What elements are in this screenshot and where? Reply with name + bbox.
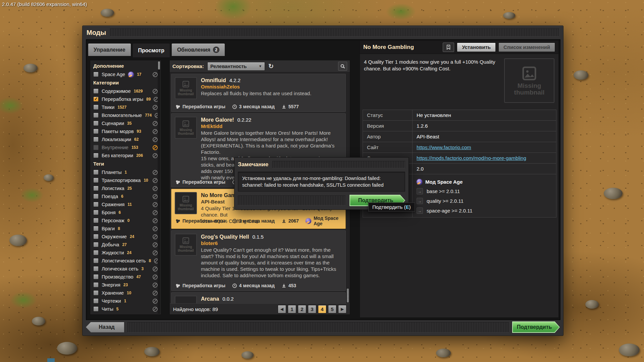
bookmark-button[interactable] <box>443 43 454 52</box>
blocked-icon[interactable] <box>153 153 158 158</box>
sidebar-scrollbar[interactable] <box>158 61 160 314</box>
sidebar-item-tag[interactable]: Поезда6 <box>90 192 161 200</box>
checkbox[interactable] <box>93 121 99 126</box>
sidebar-item-tag[interactable]: Логистика25 <box>90 184 161 192</box>
sidebar-item-tag[interactable]: Производство47 <box>90 273 161 281</box>
blocked-icon[interactable] <box>153 170 158 175</box>
checkbox[interactable] <box>93 178 99 183</box>
dependency-row[interactable]: →space-age >= 2.0.11 <box>417 206 552 216</box>
blocked-icon[interactable] <box>153 275 158 280</box>
sidebar-item-tag[interactable]: Добыча27 <box>90 241 161 249</box>
blocked-icon[interactable] <box>153 242 158 247</box>
checkbox[interactable] <box>93 202 99 207</box>
blocked-icon[interactable] <box>153 186 158 191</box>
tab-updates[interactable]: Обновления2 <box>171 43 225 56</box>
page-button-5[interactable]: 5 <box>328 305 336 313</box>
back-button[interactable]: Назад <box>86 322 124 333</box>
mod-page-link[interactable]: https://mods.factorio.com/mod/no-more-ga… <box>417 155 526 161</box>
drag-stripes[interactable] <box>127 322 509 333</box>
checkbox[interactable] <box>93 234 99 239</box>
checkbox[interactable] <box>93 226 99 231</box>
blocked-icon[interactable] <box>153 194 158 199</box>
scrollbar-handle[interactable] <box>158 61 160 70</box>
checkbox[interactable] <box>93 72 99 77</box>
blocked-icon[interactable] <box>153 72 158 77</box>
checkbox[interactable] <box>93 170 99 175</box>
checkbox-disabled[interactable] <box>93 145 99 150</box>
search-button[interactable] <box>338 62 347 71</box>
checkbox[interactable] <box>93 250 99 255</box>
drag-stripes[interactable] <box>110 28 559 37</box>
sidebar-item-tag[interactable]: Жидкости24 <box>90 249 161 257</box>
install-button[interactable]: Установить <box>457 43 496 52</box>
blocked-icon[interactable] <box>153 218 158 223</box>
drag-stripes[interactable] <box>238 195 345 205</box>
sidebar-item-category[interactable]: Сценарии35 <box>90 119 161 127</box>
changelog-button[interactable]: Список изменений <box>498 43 555 52</box>
blocked-icon[interactable] <box>153 210 158 215</box>
sidebar-item-category[interactable]: Содержимое1629 <box>90 87 161 95</box>
sidebar-item-tag[interactable]: Враги8 <box>90 225 161 233</box>
website-link[interactable]: https://www.factorio.com <box>417 144 471 150</box>
checkbox[interactable] <box>93 210 99 215</box>
checkbox[interactable] <box>93 153 99 158</box>
blocked-icon[interactable] <box>153 178 158 183</box>
sidebar-item-tag[interactable]: Хранение10 <box>90 289 161 297</box>
sidebar-item-tag[interactable]: Логическая сеть3 <box>90 265 161 273</box>
checkbox[interactable] <box>93 258 99 263</box>
modlist-scrollbar-handle[interactable] <box>346 288 349 303</box>
prev-page-button[interactable]: ◀ <box>278 305 286 313</box>
sidebar-item-tag[interactable]: Планеты1 <box>90 168 161 176</box>
checkbox[interactable] <box>93 137 99 142</box>
mod-card-grogs-quality-hell[interactable]: Missing thumbnail Grog's Quality Hell0.1… <box>171 230 346 291</box>
blocked-icon[interactable] <box>153 307 158 312</box>
blocked-icon-active[interactable] <box>153 145 158 150</box>
blocked-icon[interactable] <box>153 234 158 239</box>
checkbox[interactable] <box>93 218 99 223</box>
blocked-icon[interactable] <box>153 283 158 288</box>
blocked-icon[interactable] <box>153 105 158 110</box>
drag-stripes[interactable] <box>272 161 405 168</box>
tab-browse[interactable]: Просмотр <box>132 43 170 57</box>
sidebar-item-tag[interactable]: Сражения11 <box>90 200 161 208</box>
sidebar-item-tag[interactable]: Энергия23 <box>90 281 161 289</box>
refresh-icon[interactable]: ↻ <box>268 63 274 69</box>
sidebar-item-tag[interactable]: Броня6 <box>90 208 161 217</box>
checkbox[interactable] <box>93 186 99 191</box>
checkbox[interactable] <box>93 194 99 199</box>
sidebar-item-space-age[interactable]: Space Age 17 <box>90 70 161 78</box>
checkbox[interactable] <box>93 88 99 94</box>
page-button-4-active[interactable]: 4 <box>318 305 326 313</box>
mod-card-arcana[interactable]: Arcana0.0.2 Nylanomel <box>171 292 346 304</box>
checkbox[interactable] <box>93 274 99 280</box>
page-button-2[interactable]: 2 <box>298 305 306 313</box>
sidebar-item-tag[interactable]: Окружение24 <box>90 233 161 241</box>
checkbox[interactable] <box>93 129 99 134</box>
next-page-button[interactable]: ▶ <box>338 305 346 313</box>
sort-dropdown[interactable]: Релевантность ▼ <box>207 62 265 71</box>
confirm-button[interactable]: Подтвердить <box>512 321 560 333</box>
checkbox[interactable] <box>93 266 99 272</box>
sidebar-item-category[interactable]: Локализации62 <box>90 135 161 143</box>
dependency-row[interactable]: →base >= 2.0.11 <box>417 186 552 196</box>
blocked-icon[interactable] <box>153 89 158 94</box>
blocked-icon[interactable] <box>153 299 158 304</box>
sidebar-item-category-disabled[interactable]: Внутренние153 <box>90 143 161 152</box>
blocked-icon[interactable] <box>153 121 158 126</box>
tab-manage[interactable]: Управление <box>88 43 131 56</box>
page-button-3[interactable]: 3 <box>308 305 316 313</box>
checkbox[interactable] <box>93 113 99 118</box>
blocked-icon[interactable] <box>153 129 158 134</box>
checkbox[interactable] <box>93 290 99 296</box>
checkbox[interactable] <box>93 282 99 288</box>
sidebar-item-tag[interactable]: Логистическая сеть8 <box>90 257 161 265</box>
blocked-icon[interactable] <box>153 250 158 255</box>
mod-card-omnifluid[interactable]: Missing thumbnail Omnifluid4.2.2 Omnissi… <box>171 74 346 112</box>
blocked-icon[interactable] <box>153 226 158 231</box>
sidebar-item-tag[interactable]: Читы5 <box>90 305 161 313</box>
blocked-icon[interactable] <box>153 291 158 296</box>
sidebar-item-tag[interactable]: Персонаж0 <box>90 217 161 225</box>
checkbox[interactable] <box>93 242 99 247</box>
checkbox-checked[interactable] <box>93 97 99 102</box>
sidebar-item-category[interactable]: Пакеты модов93 <box>90 127 161 135</box>
